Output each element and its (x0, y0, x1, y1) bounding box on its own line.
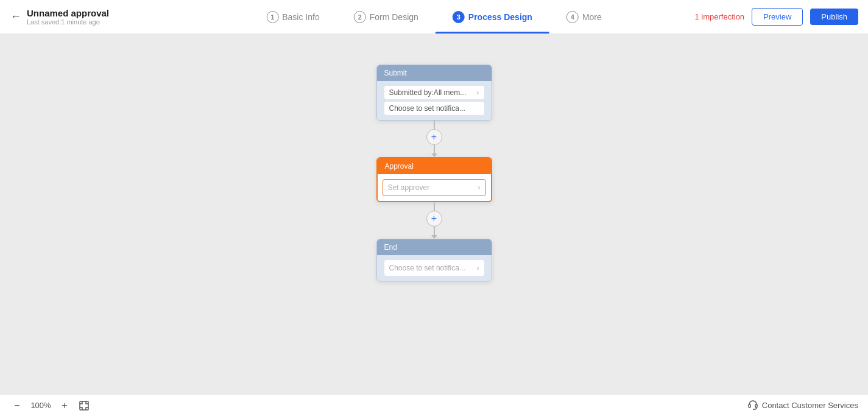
chevron-icon-3: › (477, 264, 479, 272)
end-row-1[interactable]: Choose to set notifica... › (384, 260, 484, 276)
end-node[interactable]: End Choose to set notifica... › (376, 239, 492, 281)
svg-rect-0 (80, 401, 88, 410)
tab-num-2: 2 (354, 11, 366, 23)
approval-node-body: Set approver › (378, 174, 491, 201)
approval-node-header: Approval (378, 158, 491, 174)
tab-process-design[interactable]: 3 Process Design (436, 0, 549, 33)
submit-node-body: Submitted by:All mem... › Choose to set … (377, 81, 492, 120)
tab-label-2: Form Design (370, 12, 418, 22)
approval-set-approver[interactable]: Set approver › (383, 179, 486, 196)
zoom-controls: − 100% + (10, 398, 91, 413)
process-design-canvas: Submit Submitted by:All mem... › Choose … (0, 34, 868, 394)
submit-node[interactable]: Submit Submitted by:All mem... › Choose … (376, 65, 492, 121)
connector-2: + (426, 202, 442, 239)
fit-screen-button[interactable] (77, 398, 91, 413)
connector-1: + (426, 121, 442, 157)
submit-row-1[interactable]: Submitted by:All mem... › (384, 86, 484, 99)
headset-icon (747, 399, 758, 412)
nav-tabs: 1 Basic Info 2 Form Design 3 Process Des… (249, 0, 619, 33)
publish-button[interactable]: Publish (810, 9, 858, 25)
header: ← Unnamed approval Last saved:1 minute a… (0, 0, 868, 34)
header-right: 1 imperfection Preview Publish (694, 8, 858, 26)
app-title: Unnamed approval (27, 8, 109, 18)
title-group: Unnamed approval Last saved:1 minute ago (27, 8, 109, 26)
svg-rect-1 (749, 404, 750, 407)
tab-num-1: 1 (266, 11, 278, 23)
end-node-header: End (377, 239, 492, 255)
customer-service-link[interactable]: Contact Customer Services (747, 399, 858, 412)
connector-line-top-1 (434, 121, 435, 129)
chevron-icon-1: › (477, 88, 479, 97)
submit-row-2-text: Choose to set notifica... (389, 104, 465, 113)
add-step-button-1[interactable]: + (426, 129, 442, 145)
footer: − 100% + Contact Customer Services (0, 394, 868, 416)
imperfection-badge: 1 imperfection (694, 12, 744, 21)
add-step-button-2[interactable]: + (426, 211, 442, 227)
app-subtitle: Last saved:1 minute ago (27, 18, 109, 26)
end-node-body: Choose to set notifica... › (377, 255, 492, 281)
connector-line-bottom-2 (434, 227, 435, 235)
submit-row-2[interactable]: Choose to set notifica... (384, 102, 484, 115)
svg-rect-2 (755, 404, 757, 407)
tab-form-design[interactable]: 2 Form Design (337, 0, 436, 33)
customer-service-label: Contact Customer Services (762, 401, 858, 410)
set-approver-text: Set approver (388, 183, 430, 192)
preview-button[interactable]: Preview (752, 8, 803, 26)
back-button[interactable]: ← (10, 11, 22, 23)
connector-line-bottom-1 (434, 145, 435, 153)
chevron-icon-2: › (478, 183, 481, 192)
zoom-out-button[interactable]: − (10, 398, 24, 413)
submit-row-1-text: Submitted by:All mem... (389, 88, 467, 97)
zoom-in-button[interactable]: + (57, 398, 72, 413)
flow-container: Submit Submitted by:All mem... › Choose … (376, 65, 492, 281)
tab-label-3: Process Design (468, 12, 532, 22)
tab-label-1: Basic Info (282, 12, 319, 22)
tab-num-3: 3 (453, 11, 465, 23)
back-icon: ← (10, 11, 22, 23)
end-row-text: Choose to set notifica... (389, 264, 465, 272)
tab-num-4: 4 (566, 11, 579, 23)
tab-label-4: More (582, 12, 602, 22)
tab-more[interactable]: 4 More (549, 0, 619, 33)
tab-basic-info[interactable]: 1 Basic Info (249, 0, 336, 33)
zoom-level-display: 100% (29, 401, 52, 410)
connector-line-top-2 (434, 202, 435, 211)
approval-node[interactable]: Approval Set approver › (376, 157, 492, 202)
submit-node-header: Submit (377, 65, 492, 81)
